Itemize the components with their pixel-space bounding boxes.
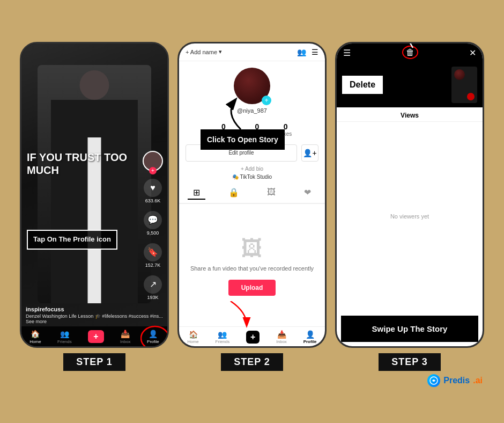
story-thumbnail [451,67,477,103]
home-icon: 🏠 [31,330,40,338]
trash-icon[interactable]: 🗑 [402,46,418,59]
step3-column: ☰ 🗑 [335,42,484,371]
tiktok-studio-link[interactable]: 🎭 TikTok Studio [179,173,325,181]
pnav-friends-label: Friends [216,339,230,344]
step3-label: STEP 3 [379,353,441,371]
comment-action[interactable]: 💬 9,500 [144,211,162,236]
tux-jacket [51,100,138,303]
tab-liked[interactable]: ❤ [299,186,316,200]
nav-profile[interactable]: 👤 Profile [147,330,159,344]
avatar-container: + [143,151,163,171]
share-icon: ↗ [144,275,162,294]
avatar-plus-icon[interactable]: + [149,167,157,174]
step2-label: STEP 2 [221,353,283,371]
views-section: Views No viewers yet [337,107,483,311]
step1-column: STEM Explore Following For You 🔍 [20,42,169,371]
add-friend-btn[interactable]: 👤+ [301,144,318,162]
close-icon[interactable]: ✕ [469,48,476,58]
step1-phone: STEM Explore Following For You 🔍 [20,42,169,348]
tab-grid[interactable]: ⊞ [188,186,205,200]
profile-label: Profile [147,339,159,344]
profile-screen: + Add name ▾ 👥 ☰ + [179,43,325,346]
delete-label-box: Delete [342,76,383,94]
nav-inbox[interactable]: 📥 Inbox [120,330,131,344]
main-container: STEM Explore Following For You 🔍 [0,31,504,392]
tab-saved[interactable]: 🖼 [262,186,281,200]
person-head [80,70,109,100]
steps-row: STEM Explore Following For You 🔍 [11,42,493,371]
feed-caption: Denzel Washington Life Lesson 🎓 #lifeles… [26,313,163,324]
video-text-overlay: IF YOU TRUST TOO MUCH [27,151,140,177]
step1-label: STEP 1 [63,353,125,371]
add-name-btn[interactable]: + Add name ▾ [186,48,222,55]
pnav-profile-icon: 👤 [306,330,315,339]
feed-actions: + ♥ 633.6K 💬 9,500 🔖 152.7K [143,151,163,300]
profile-top-bar: + Add name ▾ 👥 ☰ [179,43,325,61]
story-screen: ☰ 🗑 [337,43,483,346]
inbox-label: Inbox [120,339,131,344]
pnav-inbox-icon: 📥 [277,330,286,339]
trash-container: 🗑 [402,48,418,57]
upload-prompt-text: Share a fun video that you've recorded r… [190,265,314,273]
nav-add[interactable]: + [88,330,103,343]
pnav-inbox[interactable]: 📥 Inbox [276,330,287,344]
like-count: 633.6K [145,198,161,203]
share-count: 193K [147,295,158,300]
pnav-friends[interactable]: 👥 Friends [216,330,230,344]
no-viewers-text: No viewers yet [337,122,483,311]
pnav-home-icon: 🏠 [189,330,198,339]
add-bio-link[interactable]: + Add bio [179,165,325,173]
pnav-add[interactable]: + [246,331,260,344]
chevron-down-icon: ▾ [219,48,222,55]
story-top-bar: ☰ 🗑 [337,43,483,62]
share-action[interactable]: ↗ 193K [144,275,162,300]
predis-name: Predis [443,376,470,385]
hamburger-icon[interactable]: ☰ [343,48,351,58]
upload-placeholder-icon: 🖼 [241,236,263,260]
predis-branding: Predis.ai [427,374,493,387]
friends-icon: 👥 [60,330,69,338]
step2-phone: + Add name ▾ 👥 ☰ + [177,42,327,348]
story-content-area: Delete [337,62,483,107]
pnav-add-icon[interactable]: + [246,331,260,344]
bookmark-icon: 🔖 [144,243,162,261]
pnav-home[interactable]: 🏠 Home [187,330,198,344]
like-action[interactable]: ♥ 633.6K [144,179,162,203]
click-story-tooltip: Click To Open Story [201,129,285,150]
bookmark-action[interactable]: 🔖 152.7K [144,243,162,268]
pnav-home-label: Home [187,339,198,344]
nav-home[interactable]: 🏠 Home [29,330,41,344]
nav-friends[interactable]: 👥 Friends [57,330,72,344]
swipe-up-banner: Swipe Up The Story [341,316,478,342]
people-icon[interactable]: 👥 [297,48,306,56]
profile-content-tabs: ⊞ 🔒 🖼 ❤ [179,183,325,204]
pnav-inbox-label: Inbox [276,339,287,344]
menu-lines-icon[interactable]: ☰ [312,48,318,56]
inbox-icon: 📥 [121,330,130,338]
pnav-profile-label: Profile [303,339,317,344]
avatar-add-icon[interactable]: + [262,96,271,105]
feed-info: inspirefocuss Denzel Washington Life Les… [21,304,167,326]
views-title: Views [337,107,483,122]
person-figure [38,65,151,303]
feed-nav: 🏠 Home 👥 Friends + 📥 [21,326,167,346]
studio-label: TikTok Studio [240,174,272,180]
upload-button[interactable]: Upload [228,280,276,296]
comment-icon: 💬 [144,211,162,229]
studio-icon: 🎭 [232,174,239,180]
add-icon[interactable]: + [88,330,103,343]
step2-column: + Add name ▾ 👥 ☰ + [177,42,327,371]
profile-avatar-section: + @niya_987 [179,61,325,118]
pnav-friends-icon: 👥 [218,330,227,339]
bookmark-count: 152.7K [145,262,161,268]
predis-logo-icon [427,374,440,387]
predis-svg-icon [429,376,438,385]
tab-lock[interactable]: 🔒 [223,186,244,200]
add-name-label: + Add name [186,49,217,55]
friends-label: Friends [57,339,72,344]
profile-top-icons: 👥 ☰ [297,48,318,56]
pnav-profile[interactable]: 👤 Profile [303,330,317,344]
profile-empty-content: 🖼 Share a fun video that you've recorded… [179,206,325,326]
home-label: Home [29,339,41,344]
step3-phone: ☰ 🗑 [335,42,484,348]
